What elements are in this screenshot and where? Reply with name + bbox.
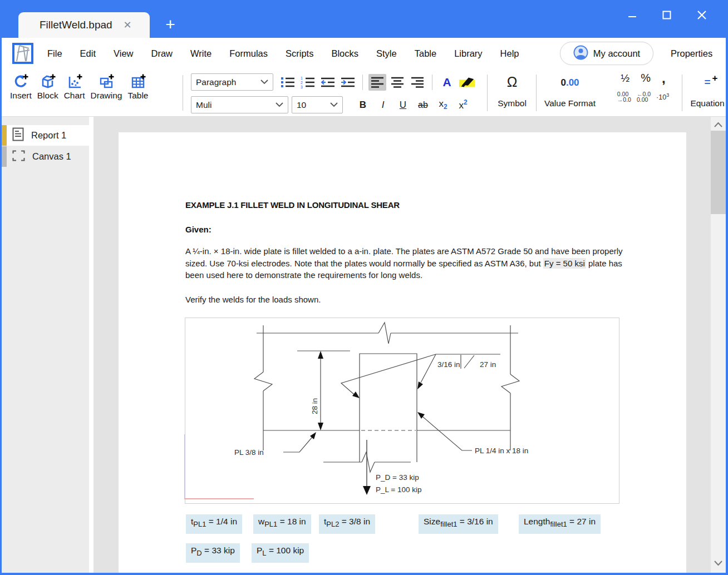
document-page[interactable]: EXAMPLE J.1 FILLET WELD IN LONGITUDINAL …	[119, 132, 686, 573]
align-right-button[interactable]	[409, 74, 426, 91]
percent-format-button[interactable]: %	[641, 72, 651, 85]
drawing-icon	[97, 72, 115, 90]
outdent-icon	[320, 76, 336, 89]
my-account-button[interactable]: My account	[560, 42, 653, 65]
chart-button[interactable]: Chart	[61, 72, 88, 101]
chart-label: Chart	[64, 91, 85, 101]
equation-button[interactable]: =+ Equation	[687, 73, 727, 112]
subscript-button[interactable]: x2	[434, 97, 452, 113]
menu-style[interactable]: Style	[376, 48, 397, 59]
menu-formulas[interactable]: Formulas	[229, 48, 268, 59]
align-left-button[interactable]	[368, 74, 386, 91]
scrollbar-thumb[interactable]	[711, 131, 726, 214]
sidebar-item-report-1[interactable]: Report 1	[2, 125, 89, 146]
my-account-label: My account	[593, 48, 640, 59]
vertical-scrollbar[interactable]	[711, 117, 726, 573]
superscript-icon: x2	[459, 98, 467, 111]
numbered-list-button[interactable]: 123	[299, 74, 317, 91]
maximize-button[interactable]	[661, 9, 672, 21]
field-p-d[interactable]: PD = 33 kip	[186, 543, 240, 563]
highlight-color-button[interactable]	[458, 74, 476, 91]
menu-properties[interactable]: Properties	[671, 38, 712, 70]
menu-view[interactable]: View	[114, 48, 133, 59]
underline-icon: U	[400, 100, 406, 111]
given-label: Given:	[185, 225, 211, 234]
field-size-fillet1[interactable]: Sizefillet1 = 3/16 in	[419, 514, 498, 534]
active-indicator	[2, 125, 7, 146]
chart-icon	[66, 72, 83, 90]
underline-button[interactable]: U	[394, 97, 412, 113]
svg-text:3: 3	[301, 85, 303, 89]
font-size-select[interactable]: 10	[292, 96, 343, 113]
insert-button[interactable]: Insert	[7, 72, 35, 101]
menu-edit[interactable]: Edit	[80, 48, 96, 59]
app-logo	[12, 43, 33, 66]
field-t-pl1[interactable]: tPL1 = 1/4 in	[186, 514, 242, 534]
tab-title: FilletWeld.bpad	[18, 19, 112, 31]
comma-format-button[interactable]: ,	[662, 75, 666, 82]
scroll-up-icon[interactable]	[714, 120, 723, 130]
weld-drawing-block[interactable]: 3/16 in 27 in 28 in PL 3/8 in PL 1/4 in …	[185, 318, 619, 504]
italic-button[interactable]: I	[374, 97, 392, 113]
selection-guide-vertical	[184, 434, 185, 499]
new-tab-button[interactable]: +	[160, 14, 180, 34]
indent-button[interactable]	[339, 74, 357, 91]
fraction-format-button[interactable]: ½	[621, 72, 629, 85]
outdent-button[interactable]	[319, 74, 337, 91]
chevron-down-icon	[330, 102, 338, 107]
table-icon	[129, 72, 147, 90]
italic-icon: I	[382, 100, 385, 111]
document-tab[interactable]: FilletWeld.bpad ✕	[18, 12, 150, 38]
bold-icon: B	[360, 100, 366, 111]
weld-size-label: 3/16 in	[437, 360, 460, 369]
font-family-select[interactable]: Muli	[191, 96, 288, 113]
plate-right-label: PL 1/4 in x 18 in	[475, 447, 528, 455]
field-p-l[interactable]: PL = 100 kip	[252, 543, 309, 563]
menu-blocks[interactable]: Blocks	[331, 48, 358, 59]
font-color-icon: A	[442, 76, 451, 89]
tab-close-icon[interactable]: ✕	[124, 19, 132, 31]
paragraph-style-select[interactable]: Paragraph	[191, 73, 273, 91]
chevron-down-icon	[276, 102, 283, 107]
svg-text:1: 1	[301, 76, 303, 80]
superscript-button[interactable]: x2	[454, 97, 472, 113]
menu-draw[interactable]: Draw	[151, 48, 173, 59]
scientific-notation-button[interactable]: ·103	[656, 92, 669, 101]
bullet-list-button[interactable]	[279, 74, 297, 91]
align-center-icon	[391, 76, 404, 88]
menu-library[interactable]: Library	[454, 48, 482, 59]
menu-write[interactable]: Write	[190, 48, 211, 59]
value-format-button[interactable]: 0.00 Value Format	[539, 73, 601, 112]
example-heading: EXAMPLE J.1 FILLET WELD IN LONGITUDINAL …	[185, 200, 400, 210]
field-length-fillet1[interactable]: Lengthfillet1 = 27 in	[519, 514, 601, 534]
block-button[interactable]: Block	[35, 72, 61, 101]
menu-file[interactable]: File	[47, 48, 62, 59]
symbol-button[interactable]: Ω Symbol	[491, 73, 533, 112]
plus-icon: +	[165, 15, 175, 34]
app-window: FilletWeld.bpad ✕ + File	[0, 0, 728, 575]
align-center-button[interactable]	[388, 74, 406, 91]
sidebar-item-canvas-1[interactable]: Canvas 1	[2, 146, 89, 167]
titlebar: FilletWeld.bpad ✕ +	[0, 0, 728, 38]
minimize-button[interactable]	[627, 9, 638, 21]
increase-decimals-button[interactable]: ←0.00.00	[637, 91, 651, 102]
scroll-down-icon[interactable]	[714, 558, 723, 568]
bold-button[interactable]: B	[354, 97, 372, 113]
report-label: Report 1	[31, 130, 66, 141]
drawing-button[interactable]: Drawing	[88, 72, 125, 101]
field-w-pl1[interactable]: wPL1 = 18 in	[253, 514, 311, 534]
symbol-label: Symbol	[498, 98, 527, 108]
highlighter-icon	[458, 75, 476, 90]
subscript-icon: x2	[439, 98, 447, 111]
fy-inline-field[interactable]: Fy = 50 ksi	[543, 258, 586, 269]
font-color-button[interactable]: A	[438, 74, 456, 91]
field-t-pl2[interactable]: tPL2 = 3/8 in	[319, 514, 375, 534]
table-button[interactable]: Table	[125, 72, 151, 101]
menu-table[interactable]: Table	[415, 48, 436, 59]
strikethrough-button[interactable]: ab	[414, 97, 432, 113]
decrease-decimals-button[interactable]: 0.00→0.0	[617, 91, 631, 102]
minimize-icon	[627, 9, 638, 21]
close-button[interactable]	[696, 9, 708, 21]
menu-scripts[interactable]: Scripts	[286, 48, 313, 59]
menu-help[interactable]: Help	[500, 48, 519, 59]
